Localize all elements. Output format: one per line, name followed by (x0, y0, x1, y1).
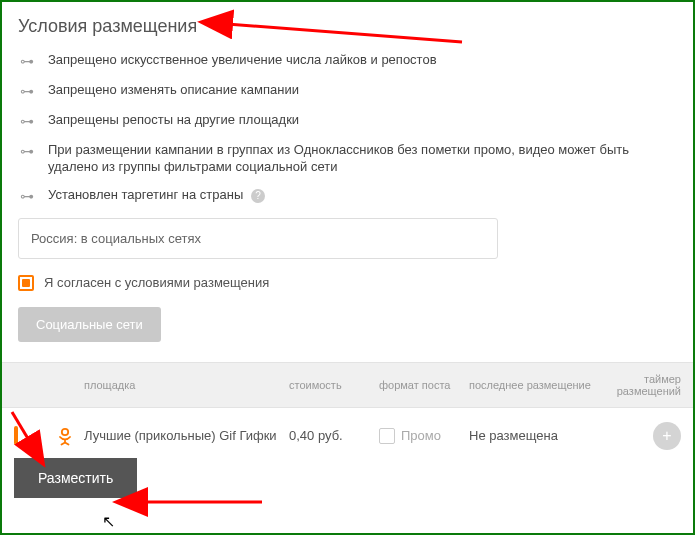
rule-item: ⊶ Запрещено изменять описание кампании (18, 81, 677, 101)
agree-checkbox[interactable] (18, 275, 34, 291)
key-icon: ⊶ (18, 187, 36, 206)
table-row: Лучшие (прикольные) Gif Гифки 0,40 руб. … (2, 408, 693, 454)
th-last: последнее размещение (469, 379, 599, 391)
row-name[interactable]: Лучшие (прикольные) Gif Гифки (84, 428, 289, 443)
help-icon[interactable]: ? (251, 189, 265, 203)
rule-text: Запрещены репосты на другие площадки (48, 111, 299, 129)
rule-text: Установлен таргетинг на страны (48, 187, 243, 202)
row-checkbox[interactable] (14, 426, 18, 445)
th-timer: таймер размещений (599, 373, 681, 397)
key-icon: ⊶ (18, 142, 36, 161)
promo-checkbox[interactable] (379, 428, 395, 444)
rule-item: ⊶ Установлен таргетинг на страны ? (18, 186, 677, 206)
rule-item: ⊶ Запрещены репосты на другие площадки (18, 111, 677, 131)
social-networks-button: Социальные сети (18, 307, 161, 342)
ok-icon (54, 425, 76, 447)
targeting-box[interactable]: Россия: в социальных сетях (18, 218, 498, 259)
rule-item: ⊶ Запрещено искусственное увеличение чис… (18, 51, 677, 71)
key-icon: ⊶ (18, 82, 36, 101)
agree-label: Я согласен с условиями размещения (44, 275, 269, 290)
targeting-tag: Россия: в социальных сетях (31, 231, 201, 246)
promo-label: Промо (401, 428, 441, 443)
page-title: Условия размещения (18, 16, 677, 37)
row-cost: 0,40 руб. (289, 428, 379, 443)
th-format: формат поста (379, 379, 469, 391)
submit-button[interactable]: Разместить (14, 458, 137, 498)
th-name: площадка (84, 379, 289, 391)
rule-text: При размещении кампании в группах из Одн… (48, 141, 677, 176)
rule-text: Запрещено искусственное увеличение числа… (48, 51, 437, 69)
rules-list: ⊶ Запрещено искусственное увеличение чис… (18, 51, 677, 206)
rule-item: ⊶ При размещении кампании в группах из О… (18, 141, 677, 176)
placements-table: площадка стоимость формат поста последне… (2, 362, 693, 508)
key-icon: ⊶ (18, 52, 36, 71)
th-cost: стоимость (289, 379, 379, 391)
cursor-icon: ↖ (102, 512, 115, 531)
row-last: Не размещена (469, 428, 599, 443)
key-icon: ⊶ (18, 112, 36, 131)
svg-point-0 (62, 428, 68, 434)
rule-text: Запрещено изменять описание кампании (48, 81, 299, 99)
add-timer-button[interactable]: + (653, 422, 681, 450)
